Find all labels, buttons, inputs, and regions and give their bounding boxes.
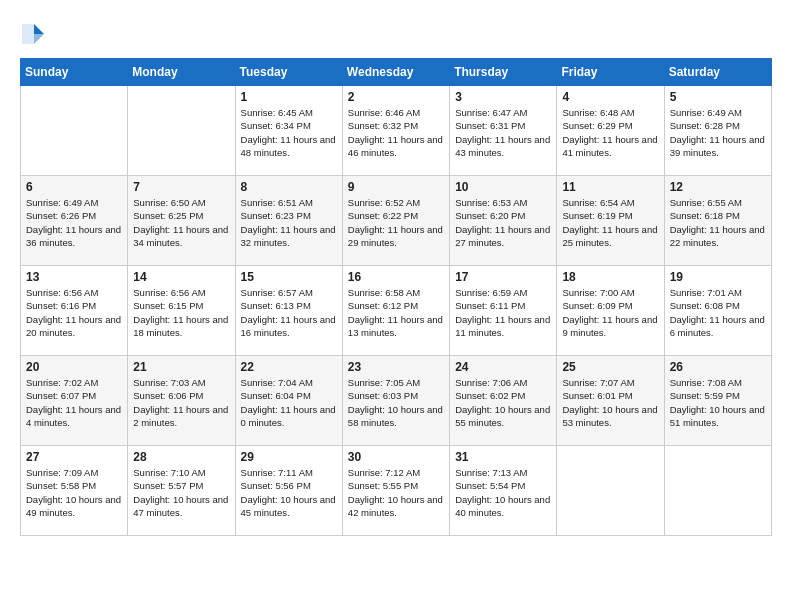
cell-info: Sunrise: 7:11 AM Sunset: 5:56 PM Dayligh… xyxy=(241,466,337,519)
day-number: 23 xyxy=(348,360,444,374)
cell-info: Sunrise: 6:54 AM Sunset: 6:19 PM Dayligh… xyxy=(562,196,658,249)
cell-info: Sunrise: 7:12 AM Sunset: 5:55 PM Dayligh… xyxy=(348,466,444,519)
day-number: 31 xyxy=(455,450,551,464)
day-number: 28 xyxy=(133,450,229,464)
calendar-cell: 29Sunrise: 7:11 AM Sunset: 5:56 PM Dayli… xyxy=(235,446,342,536)
day-number: 17 xyxy=(455,270,551,284)
calendar-cell xyxy=(664,446,771,536)
header xyxy=(20,20,772,48)
calendar-cell: 28Sunrise: 7:10 AM Sunset: 5:57 PM Dayli… xyxy=(128,446,235,536)
calendar-cell: 13Sunrise: 6:56 AM Sunset: 6:16 PM Dayli… xyxy=(21,266,128,356)
cell-info: Sunrise: 6:59 AM Sunset: 6:11 PM Dayligh… xyxy=(455,286,551,339)
cell-info: Sunrise: 6:55 AM Sunset: 6:18 PM Dayligh… xyxy=(670,196,766,249)
calendar-cell: 24Sunrise: 7:06 AM Sunset: 6:02 PM Dayli… xyxy=(450,356,557,446)
cell-info: Sunrise: 7:00 AM Sunset: 6:09 PM Dayligh… xyxy=(562,286,658,339)
svg-marker-1 xyxy=(34,34,44,44)
calendar-cell: 6Sunrise: 6:49 AM Sunset: 6:26 PM Daylig… xyxy=(21,176,128,266)
calendar-cell: 14Sunrise: 6:56 AM Sunset: 6:15 PM Dayli… xyxy=(128,266,235,356)
calendar-cell: 21Sunrise: 7:03 AM Sunset: 6:06 PM Dayli… xyxy=(128,356,235,446)
cell-info: Sunrise: 7:05 AM Sunset: 6:03 PM Dayligh… xyxy=(348,376,444,429)
week-row-4: 20Sunrise: 7:02 AM Sunset: 6:07 PM Dayli… xyxy=(21,356,772,446)
calendar-cell: 11Sunrise: 6:54 AM Sunset: 6:19 PM Dayli… xyxy=(557,176,664,266)
calendar-cell: 22Sunrise: 7:04 AM Sunset: 6:04 PM Dayli… xyxy=(235,356,342,446)
weekday-wednesday: Wednesday xyxy=(342,59,449,86)
weekday-monday: Monday xyxy=(128,59,235,86)
calendar-table: SundayMondayTuesdayWednesdayThursdayFrid… xyxy=(20,58,772,536)
cell-info: Sunrise: 6:53 AM Sunset: 6:20 PM Dayligh… xyxy=(455,196,551,249)
calendar-cell xyxy=(557,446,664,536)
day-number: 1 xyxy=(241,90,337,104)
calendar-cell: 3Sunrise: 6:47 AM Sunset: 6:31 PM Daylig… xyxy=(450,86,557,176)
calendar-cell xyxy=(128,86,235,176)
day-number: 3 xyxy=(455,90,551,104)
calendar-cell: 9Sunrise: 6:52 AM Sunset: 6:22 PM Daylig… xyxy=(342,176,449,266)
cell-info: Sunrise: 6:56 AM Sunset: 6:15 PM Dayligh… xyxy=(133,286,229,339)
day-number: 26 xyxy=(670,360,766,374)
day-number: 11 xyxy=(562,180,658,194)
calendar-cell: 4Sunrise: 6:48 AM Sunset: 6:29 PM Daylig… xyxy=(557,86,664,176)
calendar-cell: 31Sunrise: 7:13 AM Sunset: 5:54 PM Dayli… xyxy=(450,446,557,536)
weekday-saturday: Saturday xyxy=(664,59,771,86)
calendar-cell: 18Sunrise: 7:00 AM Sunset: 6:09 PM Dayli… xyxy=(557,266,664,356)
calendar-cell: 7Sunrise: 6:50 AM Sunset: 6:25 PM Daylig… xyxy=(128,176,235,266)
day-number: 30 xyxy=(348,450,444,464)
day-number: 19 xyxy=(670,270,766,284)
cell-info: Sunrise: 6:57 AM Sunset: 6:13 PM Dayligh… xyxy=(241,286,337,339)
week-row-5: 27Sunrise: 7:09 AM Sunset: 5:58 PM Dayli… xyxy=(21,446,772,536)
calendar-cell: 25Sunrise: 7:07 AM Sunset: 6:01 PM Dayli… xyxy=(557,356,664,446)
week-row-1: 1Sunrise: 6:45 AM Sunset: 6:34 PM Daylig… xyxy=(21,86,772,176)
logo xyxy=(20,20,52,48)
weekday-tuesday: Tuesday xyxy=(235,59,342,86)
cell-info: Sunrise: 6:52 AM Sunset: 6:22 PM Dayligh… xyxy=(348,196,444,249)
weekday-thursday: Thursday xyxy=(450,59,557,86)
day-number: 20 xyxy=(26,360,122,374)
day-number: 10 xyxy=(455,180,551,194)
cell-info: Sunrise: 7:07 AM Sunset: 6:01 PM Dayligh… xyxy=(562,376,658,429)
day-number: 8 xyxy=(241,180,337,194)
week-row-3: 13Sunrise: 6:56 AM Sunset: 6:16 PM Dayli… xyxy=(21,266,772,356)
day-number: 4 xyxy=(562,90,658,104)
day-number: 15 xyxy=(241,270,337,284)
day-number: 27 xyxy=(26,450,122,464)
cell-info: Sunrise: 6:47 AM Sunset: 6:31 PM Dayligh… xyxy=(455,106,551,159)
calendar-cell: 19Sunrise: 7:01 AM Sunset: 6:08 PM Dayli… xyxy=(664,266,771,356)
day-number: 12 xyxy=(670,180,766,194)
cell-info: Sunrise: 7:04 AM Sunset: 6:04 PM Dayligh… xyxy=(241,376,337,429)
day-number: 16 xyxy=(348,270,444,284)
day-number: 5 xyxy=(670,90,766,104)
day-number: 21 xyxy=(133,360,229,374)
day-number: 2 xyxy=(348,90,444,104)
cell-info: Sunrise: 7:02 AM Sunset: 6:07 PM Dayligh… xyxy=(26,376,122,429)
weekday-header-row: SundayMondayTuesdayWednesdayThursdayFrid… xyxy=(21,59,772,86)
cell-info: Sunrise: 7:06 AM Sunset: 6:02 PM Dayligh… xyxy=(455,376,551,429)
calendar-cell: 10Sunrise: 6:53 AM Sunset: 6:20 PM Dayli… xyxy=(450,176,557,266)
cell-info: Sunrise: 7:03 AM Sunset: 6:06 PM Dayligh… xyxy=(133,376,229,429)
calendar-cell: 5Sunrise: 6:49 AM Sunset: 6:28 PM Daylig… xyxy=(664,86,771,176)
cell-info: Sunrise: 7:09 AM Sunset: 5:58 PM Dayligh… xyxy=(26,466,122,519)
cell-info: Sunrise: 6:48 AM Sunset: 6:29 PM Dayligh… xyxy=(562,106,658,159)
day-number: 7 xyxy=(133,180,229,194)
cell-info: Sunrise: 7:13 AM Sunset: 5:54 PM Dayligh… xyxy=(455,466,551,519)
calendar-cell: 23Sunrise: 7:05 AM Sunset: 6:03 PM Dayli… xyxy=(342,356,449,446)
calendar-cell: 20Sunrise: 7:02 AM Sunset: 6:07 PM Dayli… xyxy=(21,356,128,446)
day-number: 14 xyxy=(133,270,229,284)
day-number: 22 xyxy=(241,360,337,374)
calendar-cell: 17Sunrise: 6:59 AM Sunset: 6:11 PM Dayli… xyxy=(450,266,557,356)
day-number: 9 xyxy=(348,180,444,194)
day-number: 13 xyxy=(26,270,122,284)
cell-info: Sunrise: 6:45 AM Sunset: 6:34 PM Dayligh… xyxy=(241,106,337,159)
cell-info: Sunrise: 7:01 AM Sunset: 6:08 PM Dayligh… xyxy=(670,286,766,339)
calendar-cell: 8Sunrise: 6:51 AM Sunset: 6:23 PM Daylig… xyxy=(235,176,342,266)
day-number: 29 xyxy=(241,450,337,464)
cell-info: Sunrise: 6:46 AM Sunset: 6:32 PM Dayligh… xyxy=(348,106,444,159)
calendar-cell: 30Sunrise: 7:12 AM Sunset: 5:55 PM Dayli… xyxy=(342,446,449,536)
day-number: 25 xyxy=(562,360,658,374)
calendar-cell: 16Sunrise: 6:58 AM Sunset: 6:12 PM Dayli… xyxy=(342,266,449,356)
cell-info: Sunrise: 7:10 AM Sunset: 5:57 PM Dayligh… xyxy=(133,466,229,519)
calendar-cell: 27Sunrise: 7:09 AM Sunset: 5:58 PM Dayli… xyxy=(21,446,128,536)
weekday-sunday: Sunday xyxy=(21,59,128,86)
cell-info: Sunrise: 6:49 AM Sunset: 6:28 PM Dayligh… xyxy=(670,106,766,159)
logo-icon xyxy=(20,20,48,48)
calendar-cell: 15Sunrise: 6:57 AM Sunset: 6:13 PM Dayli… xyxy=(235,266,342,356)
cell-info: Sunrise: 6:56 AM Sunset: 6:16 PM Dayligh… xyxy=(26,286,122,339)
